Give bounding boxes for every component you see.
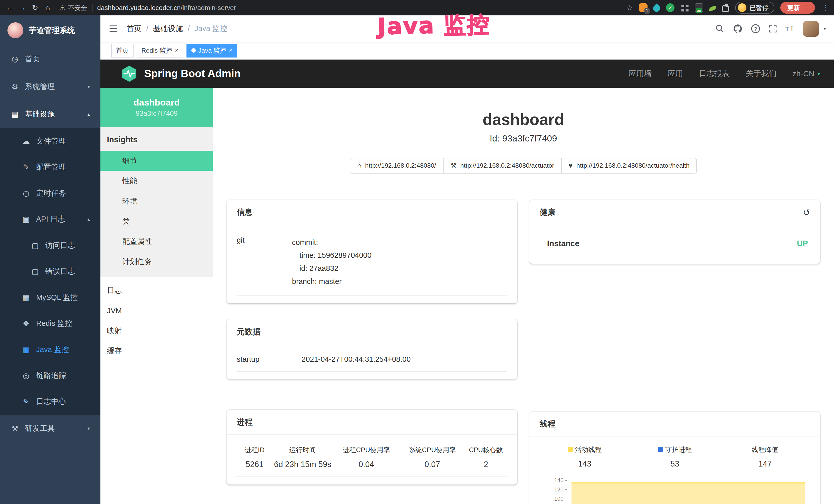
sba-nav-journal[interactable]: 日志报表: [699, 68, 730, 79]
endpoint-root-button[interactable]: ⌂ http://192.168.0.2:48080/: [350, 158, 444, 174]
extension-grid-icon[interactable]: [680, 3, 689, 12]
sidebar-item-scheduled-tasks[interactable]: ◴ 定时任务: [0, 180, 101, 206]
info-card: 信息 git commit: time: 1596289704000 id: 2: [226, 200, 517, 303]
metadata-card: 元数据 startup 2021-04-27T00:44:31.254+08:0…: [226, 319, 517, 379]
browser-forward-button[interactable]: →: [16, 2, 29, 14]
sba-menu-item-environment[interactable]: 环境: [101, 191, 213, 211]
breadcrumb-infrastructure[interactable]: 基础设施: [153, 24, 183, 34]
tick-mark: [565, 499, 567, 499]
process-table: 进程ID 5261 运行时间 6d 23h 15m 59s: [237, 439, 507, 477]
home-icon: ⌂: [357, 162, 361, 170]
tab-java-monitor[interactable]: Java 监控 ×: [186, 44, 237, 58]
sba-menu-item-classes[interactable]: 类: [101, 211, 213, 232]
sba-nav-applications[interactable]: 应用: [667, 68, 683, 79]
close-icon[interactable]: ×: [229, 47, 233, 54]
history-icon[interactable]: ↺: [803, 207, 810, 217]
extension-green-circle-icon[interactable]: ✓: [666, 3, 675, 12]
instance-name: dashboard: [134, 97, 180, 108]
insights-label: Insights: [101, 127, 213, 151]
tab-redis-monitor[interactable]: Redis 监控 ×: [137, 44, 183, 58]
extension-onetab-icon[interactable]: on: [695, 3, 703, 12]
language-selector[interactable]: zh-CN ▾: [792, 69, 820, 78]
help-icon[interactable]: ?: [751, 24, 760, 33]
sidebar-item-system-management[interactable]: ⚙ 系统管理 ▾: [0, 73, 101, 101]
sidebar-item-config-management[interactable]: ✎ 配置管理: [0, 154, 101, 180]
sidebar-item-dev-tools[interactable]: ⚒ 研发工具 ▾: [0, 415, 101, 442]
display-icon: ▥: [22, 345, 30, 354]
sidebar-item-infrastructure[interactable]: ▤ 基础设施 ▴: [0, 100, 101, 128]
edit-icon: ✎: [22, 163, 30, 171]
browser-menu-button[interactable]: ⋮: [821, 4, 831, 12]
sidebar-item-error-logs[interactable]: ▢ 错误日志: [0, 258, 101, 284]
sidebar-item-label: Redis 监控: [36, 318, 72, 329]
sba-menu-item-caches[interactable]: 缓存: [101, 341, 213, 361]
user-avatar[interactable]: [803, 21, 819, 37]
endpoint-url: http://192.168.0.2:48080/: [365, 162, 436, 169]
language-label: zh-CN: [792, 69, 814, 78]
page-title: dashboard: [213, 110, 834, 130]
endpoint-url: http://192.168.0.2:48080/actuator: [460, 162, 554, 169]
sba-menu-item-scheduled-tasks[interactable]: 计划任务: [101, 252, 213, 272]
logo-avatar: [7, 22, 23, 38]
sba-menu-item-config-props[interactable]: 配置属性: [101, 232, 213, 252]
sidebar-item-redis-monitor[interactable]: ❖ Redis 监控: [0, 311, 101, 336]
warning-icon: ⚠: [60, 4, 65, 12]
hamburger-icon[interactable]: [108, 24, 118, 33]
column-value: 5261: [237, 460, 272, 469]
site-security-chip[interactable]: ⚠ 不安全: [60, 4, 87, 12]
address-bar[interactable]: dashboard.yudao.iocoder.cn/infra/admin-s…: [97, 4, 236, 12]
close-icon[interactable]: ×: [175, 47, 179, 54]
sidebar-item-label: API 日志: [36, 214, 65, 224]
sidebar-item-home[interactable]: ◷ 首页: [0, 45, 101, 73]
extension-leaf-icon[interactable]: [709, 6, 716, 11]
breadcrumb-separator: /: [146, 24, 148, 33]
sba-nav-wallboard[interactable]: 应用墙: [629, 68, 652, 79]
sba-brand[interactable]: Spring Boot Admin: [121, 65, 241, 82]
cards-grid: 信息 git commit: time: 1596289704000 id: 2: [213, 200, 834, 504]
github-icon[interactable]: [733, 24, 743, 33]
sidebar-item-api-logs[interactable]: ▣ API 日志 ▴: [0, 206, 101, 232]
endpoint-health-button[interactable]: ♥ http://192.168.0.2:48080/actuator/heal…: [561, 158, 697, 174]
update-label: 更新: [787, 4, 800, 12]
sba-menu-item-logs[interactable]: 日志: [101, 280, 213, 301]
sba-nav-about[interactable]: 关于我们: [746, 68, 776, 79]
endpoint-actuator-button[interactable]: ⚒ http://192.168.0.2:48080/actuator: [443, 158, 562, 174]
endpoint-buttons: ⌂ http://192.168.0.2:48080/ ⚒ http://192…: [213, 158, 834, 174]
sba-menu-item-details[interactable]: 细节: [101, 151, 213, 171]
sidebar-item-file-management[interactable]: ☁ 文件管理: [0, 128, 101, 154]
extension-drop-icon[interactable]: [652, 3, 662, 13]
tab-home[interactable]: 首页: [111, 44, 134, 58]
profile-paused-chip[interactable]: 已暂停: [735, 2, 774, 13]
sidebar-item-mysql-monitor[interactable]: ▦ MySQL 监控: [0, 284, 101, 311]
sidebar-item-trace[interactable]: ◎ 链路追踪: [0, 363, 101, 388]
sba-menu-item-jvm[interactable]: JVM: [101, 301, 213, 321]
column-header: 运行时间: [272, 445, 333, 455]
y-axis-tick: 100: [540, 496, 567, 502]
check-icon: ✓: [668, 5, 673, 10]
left-column: 信息 git commit: time: 1596289704000 id: 2: [226, 200, 517, 484]
bookmark-star-icon[interactable]: ☆: [627, 3, 633, 12]
legend-value: 147: [720, 459, 810, 468]
sba-menu-item-mappings[interactable]: 映射: [101, 321, 213, 341]
browser-update-button[interactable]: 更新 ⋮: [780, 2, 815, 13]
sidebar-item-log-center[interactable]: ✎ 日志中心: [0, 389, 101, 415]
browser-back-button[interactable]: ←: [3, 2, 16, 14]
sidebar-item-java-monitor[interactable]: ▥ Java 监控: [0, 337, 101, 363]
tick-mark: [565, 489, 567, 490]
search-icon[interactable]: [715, 24, 725, 33]
browser-reload-button[interactable]: ↻: [29, 2, 42, 14]
browser-home-button[interactable]: ⌂: [41, 2, 54, 14]
legend-peak-threads: 线程峰值 147: [720, 445, 810, 469]
card-body: Instance UP: [529, 225, 820, 264]
extension-orange-icon[interactable]: 1: [639, 3, 648, 12]
chevron-down-icon[interactable]: ▾: [824, 26, 826, 31]
fullscreen-icon[interactable]: [768, 24, 777, 33]
sidebar-item-label: 系统管理: [25, 82, 55, 92]
instance-id-line: Id: 93a3fc7f7409: [213, 133, 834, 144]
grid-dots: [681, 5, 684, 7]
sidebar-item-access-logs[interactable]: ▢ 访问日志: [0, 232, 101, 258]
extensions-puzzle-icon[interactable]: [722, 5, 729, 12]
breadcrumb-home[interactable]: 首页: [127, 24, 141, 34]
font-size-icon[interactable]: тT: [785, 24, 795, 33]
sba-menu-item-performance[interactable]: 性能: [101, 171, 213, 191]
